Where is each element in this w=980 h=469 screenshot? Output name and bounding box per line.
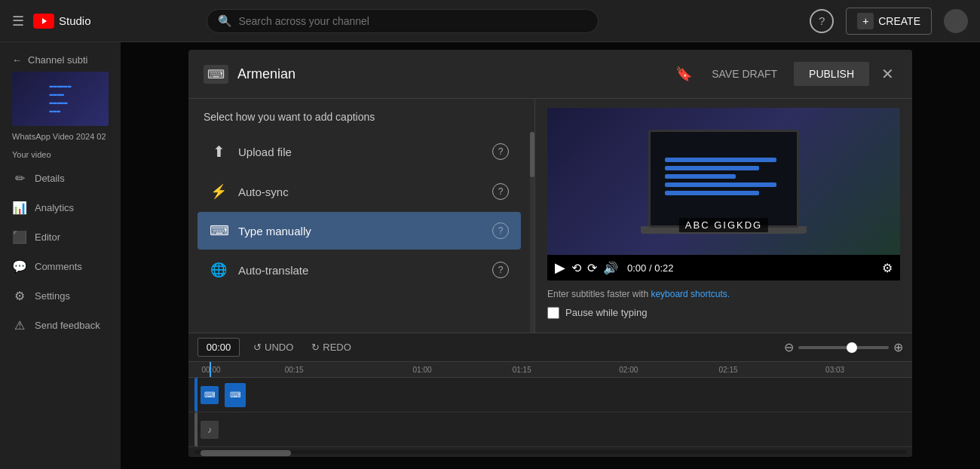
search-icon: 🔍	[218, 14, 232, 28]
details-label: Details	[35, 173, 65, 184]
subtitle-track-content[interactable]: ⌨	[225, 383, 906, 407]
back-button[interactable]: ← Channel subti	[0, 48, 121, 72]
ruler-mark-4: 02:00	[619, 366, 638, 374]
redo-icon: ↻	[311, 342, 320, 353]
editor-label: Editor	[35, 231, 60, 243]
subtitle-track-icon: ⌨	[201, 386, 219, 404]
ruler-mark-3: 01:15	[513, 366, 531, 374]
analytics-icon: 📊	[12, 201, 27, 215]
sidebar: ← Channel subti ▬▬▬▬▬▬▬▬▬▬▬▬▬▬▬▬▬▬ Whats…	[0, 42, 121, 469]
ruler-mark-2: 01:00	[413, 366, 432, 374]
audio-track-icon: ♪	[201, 421, 219, 439]
channel-subtitle-label: Channel subti	[28, 54, 88, 66]
details-icon: ✏	[12, 171, 27, 185]
time-input[interactable]: 00:00	[198, 338, 240, 357]
topbar: ☰ Studio 🔍 ? + CREATE	[0, 0, 980, 42]
zoom-out-button[interactable]: ⊖	[784, 340, 794, 354]
ruler-mark-6: 03:03	[825, 366, 844, 374]
subtitle-block-icon: ⌨	[230, 391, 240, 399]
topbar-right: ? + CREATE	[810, 8, 968, 35]
thumb-code-visual: ▬▬▬▬▬▬▬▬▬▬▬▬▬▬▬▬▬▬	[50, 82, 72, 116]
close-button[interactable]: ✕	[878, 62, 897, 86]
code-line-3	[665, 174, 735, 179]
sidebar-item-comments[interactable]: 💬 Comments	[0, 252, 121, 281]
sidebar-nav: ✏ Details 📊 Analytics ⬛ Editor 💬 Comment…	[0, 164, 121, 340]
timeline-scrollbar[interactable]	[194, 450, 906, 454]
type-manually-help-icon[interactable]: ?	[492, 222, 509, 239]
sidebar-item-editor[interactable]: ⬛ Editor	[0, 222, 121, 252]
time-current: 0:00	[627, 262, 646, 274]
main-layout: ← Channel subti ▬▬▬▬▬▬▬▬▬▬▬▬▬▬▬▬▬▬ Whats…	[0, 42, 980, 469]
ruler-mark-1: 00:15	[285, 366, 304, 374]
left-panel-header: Select how you want to add captions	[188, 99, 534, 132]
upload-help-icon[interactable]: ?	[492, 143, 509, 160]
redo-label: REDO	[323, 342, 351, 353]
music-icon: ♪	[207, 425, 212, 435]
type-manually-label: Type manually	[238, 225, 492, 238]
rewind-button[interactable]: ⟲	[571, 261, 581, 275]
logo: Studio	[33, 14, 91, 29]
code-line-4	[665, 182, 776, 187]
video-controls: ▶ ⟲ ⟳ 🔊 0:00 / 0:22 ⚙	[547, 255, 900, 280]
pause-while-typing-row: Pause while typing	[547, 307, 900, 319]
search-input[interactable]	[238, 15, 587, 27]
youtube-logo-icon	[33, 14, 54, 29]
scrollbar-thumb	[530, 132, 534, 177]
pause-while-typing-checkbox[interactable]	[547, 307, 559, 319]
code-line-2	[665, 166, 758, 170]
option-upload-file[interactable]: ⬆ Upload file ?	[198, 132, 521, 171]
track-left-bar	[194, 378, 198, 412]
content-area: ⌨ Armenian 🔖 SAVE DRAFT PUBLISH ✕ Select…	[121, 42, 980, 469]
redo-button[interactable]: ↻ REDO	[307, 339, 356, 356]
subtitle-icon: ⌨	[204, 391, 215, 399]
autosync-label: Auto-sync	[238, 185, 492, 198]
your-video-label: Your video	[0, 150, 121, 164]
search-bar[interactable]: 🔍	[207, 9, 599, 33]
video-settings-button[interactable]: ⚙	[882, 261, 893, 275]
timeline-scrollbar-thumb	[201, 450, 291, 456]
menu-icon[interactable]: ☰	[12, 13, 24, 29]
right-panel: ABC GIGKDG ▶ ⟲ ⟳ 🔊 0:00 / 0:22	[535, 99, 912, 333]
left-panel: Select how you want to add captions ⬆ Up…	[188, 99, 535, 333]
zoom-in-button[interactable]: ⊕	[893, 340, 903, 354]
sidebar-item-feedback[interactable]: ⚠ Send feedback	[0, 311, 121, 340]
option-autotranslate[interactable]: 🌐 Auto-translate ?	[198, 251, 521, 289]
pause-while-typing-label[interactable]: Pause while typing	[565, 307, 647, 318]
undo-button[interactable]: ↺ UNDO	[249, 339, 298, 356]
play-button[interactable]: ▶	[555, 259, 565, 276]
help-button[interactable]: ?	[810, 9, 834, 33]
create-button[interactable]: + CREATE	[846, 8, 932, 35]
keyboard-shortcuts-link[interactable]: keyboard shortcuts.	[651, 289, 730, 299]
sidebar-item-settings[interactable]: ⚙ Settings	[0, 281, 121, 311]
options-scrollbar[interactable]	[530, 132, 534, 333]
publish-button[interactable]: PUBLISH	[794, 62, 869, 86]
code-line-5	[665, 191, 758, 195]
analytics-label: Analytics	[35, 202, 74, 213]
bookmark-button[interactable]: 🔖	[672, 63, 695, 85]
audio-track-content[interactable]	[225, 418, 906, 442]
save-draft-button[interactable]: SAVE DRAFT	[704, 63, 785, 84]
autotranslate-help-icon[interactable]: ?	[492, 262, 509, 278]
autosync-help-icon[interactable]: ?	[492, 183, 509, 200]
autotranslate-label: Auto-translate	[238, 264, 492, 277]
zoom-slider[interactable]	[798, 346, 889, 349]
time-display: 0:00 / 0:22	[627, 262, 673, 274]
modal: ⌨ Armenian 🔖 SAVE DRAFT PUBLISH ✕ Select…	[188, 50, 912, 457]
feedback-label: Send feedback	[35, 320, 100, 331]
sidebar-video-thumbnail: ▬▬▬▬▬▬▬▬▬▬▬▬▬▬▬▬▬▬	[12, 72, 109, 126]
code-line-1	[665, 158, 776, 162]
settings-icon: ⚙	[12, 289, 27, 303]
timeline-area: 00:00 ↺ UNDO ↻ REDO ⊖ ⊕	[188, 333, 912, 457]
timeline-ruler: 00:00 00:15 01:00 01:15 02:00 02:15 03:0…	[188, 362, 912, 378]
ruler-needle	[210, 362, 211, 377]
modal-header-icon: ⌨	[204, 65, 228, 84]
avatar[interactable]	[944, 9, 968, 33]
svg-marker-0	[42, 18, 47, 24]
forward-button[interactable]: ⟳	[587, 261, 597, 275]
sidebar-item-analytics[interactable]: 📊 Analytics	[0, 193, 121, 222]
options-list: ⬆ Upload file ? ⚡ Auto-sync ?	[188, 132, 530, 333]
option-autosync[interactable]: ⚡ Auto-sync ?	[198, 173, 521, 210]
sidebar-item-details[interactable]: ✏ Details	[0, 164, 121, 193]
volume-button[interactable]: 🔊	[603, 261, 618, 275]
option-type-manually[interactable]: ⌨ Type manually ?	[198, 212, 521, 250]
